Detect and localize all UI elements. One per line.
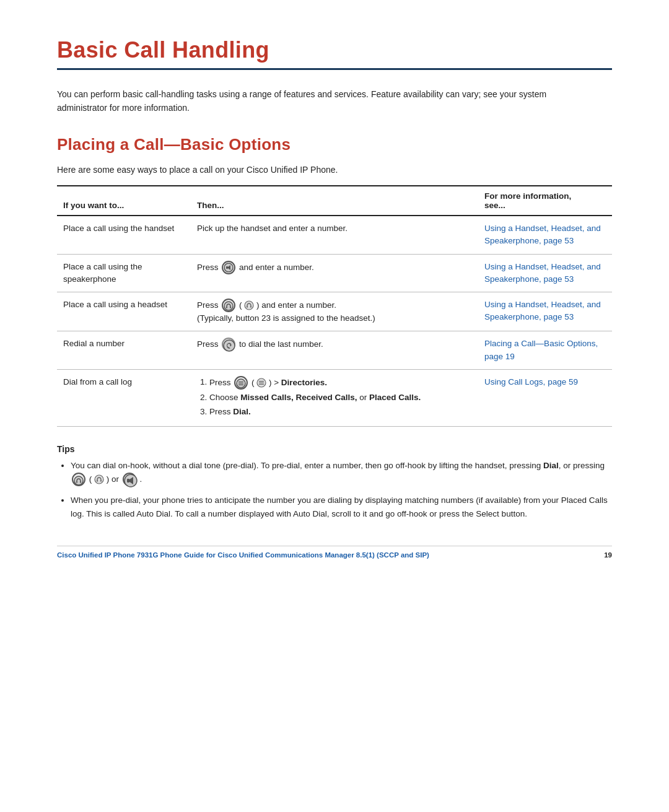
svg-point-9 bbox=[224, 340, 235, 351]
col-header-3: For more information,see... bbox=[478, 186, 612, 216]
svg-point-19 bbox=[74, 476, 83, 485]
tips-section: Tips You can dial on-hook, without a dia… bbox=[57, 444, 612, 520]
svg-rect-7 bbox=[247, 306, 248, 308]
row5-link[interactable]: Using Call Logs, page 59 bbox=[484, 377, 578, 386]
tip-item-2: When you pre-dial, your phone tries to a… bbox=[71, 494, 612, 520]
svg-point-6 bbox=[245, 301, 253, 310]
tip-speaker-icon bbox=[123, 473, 136, 486]
row2-col2: Press and enter a number. bbox=[191, 254, 478, 292]
svg-rect-26 bbox=[127, 479, 129, 482]
steps-list: Press ( bbox=[197, 376, 472, 419]
row5-col1: Dial from a call log bbox=[57, 369, 191, 427]
svg-rect-23 bbox=[97, 480, 98, 482]
svg-point-22 bbox=[95, 475, 103, 484]
tips-list: You can dial on-hook, without a dial ton… bbox=[57, 459, 612, 520]
footer: Cisco Unified IP Phone 7931G Phone Guide… bbox=[57, 546, 612, 559]
table-row: Place a call using a headset Press bbox=[57, 292, 612, 331]
row4-col1: Redial a number bbox=[57, 331, 191, 370]
svg-rect-8 bbox=[250, 306, 251, 308]
row1-col1: Place a call using the handset bbox=[57, 216, 191, 254]
tip-item-1: You can dial on-hook, without a dial ton… bbox=[71, 459, 612, 486]
svg-rect-16 bbox=[259, 381, 264, 382]
svg-rect-14 bbox=[238, 385, 243, 385]
table-row: Place a call using thespeakerphone Press… bbox=[57, 254, 612, 292]
svg-rect-24 bbox=[100, 480, 102, 482]
main-title: Basic Call Handling bbox=[57, 37, 612, 63]
svg-rect-4 bbox=[226, 307, 227, 308]
row1-col2: Pick up the handset and enter a number. bbox=[191, 216, 478, 254]
tips-title: Tips bbox=[57, 444, 612, 454]
table-row: Dial from a call log Press bbox=[57, 369, 612, 427]
menu-button-icon bbox=[234, 376, 248, 390]
step2: Choose Missed Calls, Received Calls, or … bbox=[209, 391, 472, 404]
step1: Press ( bbox=[209, 376, 472, 390]
row5-col3: Using Call Logs, page 59 bbox=[478, 369, 612, 427]
col-header-2: Then... bbox=[191, 186, 478, 216]
row3-line2: (Typically, button 23 is assigned to the… bbox=[197, 312, 472, 325]
row4-link[interactable]: Placing a Call—Basic Options, page 19 bbox=[484, 339, 598, 360]
svg-point-3 bbox=[224, 302, 233, 310]
row2-col3: Using a Handset, Headset, and Speakerpho… bbox=[478, 254, 612, 292]
row1-col3: Using a Handset, Headset, and Speakerpho… bbox=[478, 216, 612, 254]
footer-left: Cisco Unified IP Phone 7931G Phone Guide… bbox=[57, 551, 429, 559]
table-row: Place a call using the handset Pick up t… bbox=[57, 216, 612, 254]
row4-col3: Placing a Call—Basic Options, page 19 bbox=[478, 331, 612, 370]
svg-rect-13 bbox=[238, 383, 243, 383]
svg-rect-18 bbox=[259, 384, 264, 385]
svg-rect-12 bbox=[238, 382, 243, 382]
col-header-1: If you want to... bbox=[57, 186, 191, 216]
intro-text: You can perform basic call-handling task… bbox=[57, 87, 571, 115]
call-table: If you want to... Then... For more infor… bbox=[57, 185, 612, 427]
row3-col1: Place a call using a headset bbox=[57, 292, 191, 331]
footer-page-number: 19 bbox=[604, 551, 612, 559]
svg-rect-17 bbox=[259, 382, 264, 383]
svg-rect-5 bbox=[230, 307, 231, 308]
svg-rect-1 bbox=[226, 266, 228, 269]
row4-col2: Press to dial the last number. bbox=[191, 331, 478, 370]
row2-col1: Place a call using thespeakerphone bbox=[57, 254, 191, 292]
row3-link[interactable]: Using a Handset, Headset, and Speakerpho… bbox=[484, 300, 601, 321]
svg-rect-21 bbox=[80, 481, 81, 483]
redial-icon bbox=[222, 338, 235, 351]
speakerphone-icon bbox=[222, 261, 235, 274]
svg-rect-20 bbox=[76, 481, 77, 483]
row5-col2: Press ( bbox=[191, 369, 478, 427]
row1-link[interactable]: Using a Handset, Headset, and Speakerpho… bbox=[484, 224, 601, 245]
tip-circle-icon bbox=[72, 473, 85, 486]
title-divider bbox=[57, 68, 612, 70]
page-container: Basic Call Handling You can perform basi… bbox=[0, 0, 669, 596]
section-title: Placing a Call—Basic Options bbox=[57, 135, 612, 154]
step3: Press Dial. bbox=[209, 406, 472, 418]
row3-col2: Press ( bbox=[191, 292, 478, 331]
row3-line1: Press ( bbox=[197, 299, 472, 312]
row3-col3: Using a Handset, Headset, and Speakerpho… bbox=[478, 292, 612, 331]
table-row: Redial a number Press to dial the last n… bbox=[57, 331, 612, 370]
row2-link[interactable]: Using a Handset, Headset, and Speakerpho… bbox=[484, 262, 601, 284]
table-header-row: If you want to... Then... For more infor… bbox=[57, 186, 612, 216]
headset-button-icon bbox=[222, 299, 235, 312]
section-intro: Here are some easy ways to place a call … bbox=[57, 163, 612, 177]
